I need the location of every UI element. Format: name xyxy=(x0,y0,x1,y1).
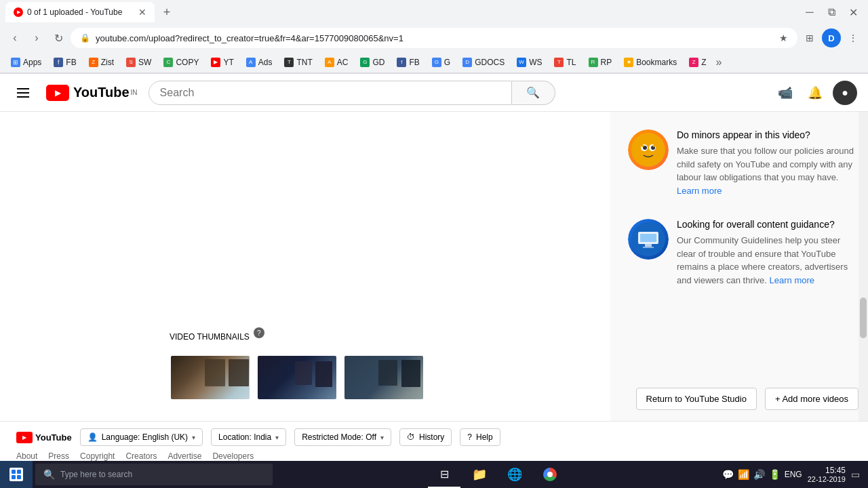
taskbar-app-chrome2[interactable] xyxy=(534,461,566,488)
help-button[interactable]: ? Help xyxy=(460,428,500,446)
tray-chat-icon[interactable]: 💬 xyxy=(722,469,734,480)
thumbnail-2[interactable] xyxy=(256,354,338,401)
thumbnails-section: VIDEO THUMBNAILS ? xyxy=(170,327,425,401)
minors-card-body: Make sure that you follow our policies a… xyxy=(677,144,859,197)
restricted-mode-chevron: ▾ xyxy=(380,434,384,441)
bookmark-g[interactable]: G G xyxy=(427,56,456,68)
bookmark-tnt[interactable]: T TNT xyxy=(279,56,317,68)
restore-button[interactable]: ⧉ xyxy=(822,3,841,22)
taskbar-clock[interactable]: 15:45 22-12-2019 xyxy=(808,466,846,483)
bookmark-z[interactable]: Z Z xyxy=(684,56,711,68)
search-button[interactable]: 🔍 xyxy=(512,81,555,105)
bookmark-apps[interactable]: ⊞ Apps xyxy=(5,56,47,68)
thumbnail-3[interactable] xyxy=(343,354,425,401)
extensions-button[interactable]: ⊞ xyxy=(800,28,819,47)
minors-learn-more-link[interactable]: Learn more xyxy=(677,186,722,196)
history-button[interactable]: ⏱ History xyxy=(399,428,452,446)
content-svg xyxy=(631,222,665,256)
svg-rect-9 xyxy=(643,247,654,248)
location-button[interactable]: Location: India ▾ xyxy=(211,428,286,446)
bookmark-ads[interactable]: A Ads xyxy=(241,56,278,68)
footer-link-copyright[interactable]: Copyright xyxy=(80,451,115,461)
footer-logo-text: YouTube xyxy=(35,432,72,443)
browser-tab[interactable]: 0 of 1 uploaded - YouTube ✕ xyxy=(5,2,155,22)
help-icon: ? xyxy=(467,432,472,442)
restricted-mode-button[interactable]: Restricted Mode: Off ▾ xyxy=(294,428,391,446)
location-chevron: ▾ xyxy=(275,434,279,441)
svg-rect-7 xyxy=(640,234,656,242)
footer-link-developers[interactable]: Developers xyxy=(212,451,254,461)
bookmark-fb2[interactable]: f FB xyxy=(391,56,425,68)
minors-card-icon xyxy=(628,129,669,170)
thumbnails-label: VIDEO THUMBNAILS ? xyxy=(170,327,425,346)
content-guidance-title: Looking for overall content guidance? xyxy=(677,219,859,230)
bookmark-gdocs-icon: D xyxy=(462,58,472,67)
tab-title: 0 of 1 uploaded - YouTube xyxy=(27,7,134,17)
footer-link-creators[interactable]: Creators xyxy=(125,451,157,461)
bookmark-yt[interactable]: ▶ YT xyxy=(205,56,239,68)
youtube-logo[interactable]: YouTubeIN xyxy=(46,85,138,101)
bookmark-ac[interactable]: A AC xyxy=(319,56,354,68)
menu-hamburger-button[interactable] xyxy=(11,81,35,105)
tab-close-button[interactable]: ✕ xyxy=(138,7,146,18)
content-illustration xyxy=(628,219,669,260)
language-chevron: ▾ xyxy=(192,434,195,441)
bookmark-bookmarks[interactable]: ★ Bookmarks xyxy=(618,56,682,68)
scrollbar-thumb[interactable] xyxy=(860,298,867,338)
new-tab-button[interactable]: + xyxy=(157,3,176,22)
bookmark-rp[interactable]: R RP xyxy=(583,56,618,68)
bookmark-gd[interactable]: G GD xyxy=(355,56,390,68)
search-input[interactable] xyxy=(149,81,512,105)
bookmark-tl[interactable]: T TL xyxy=(549,56,581,68)
footer-link-about[interactable]: About xyxy=(16,451,37,461)
taskbar-center: ⊟ 📁 🌐 xyxy=(428,461,566,488)
bookmark-gd-icon: G xyxy=(360,58,370,67)
bookmarks-more[interactable]: » xyxy=(713,55,725,70)
taskbar-search[interactable]: 🔍 Type here to search xyxy=(35,464,273,485)
file-explorer-icon: 📁 xyxy=(472,467,487,482)
profile-button[interactable]: D xyxy=(822,28,841,47)
tray-speaker-icon[interactable]: 🔊 xyxy=(753,469,765,480)
footer-link-advertise[interactable]: Advertise xyxy=(167,451,201,461)
bookmark-fb1[interactable]: f FB xyxy=(48,56,81,68)
taskbar-app-task-view[interactable]: ⊟ xyxy=(428,461,460,488)
content-learn-more-link[interactable]: Learn more xyxy=(770,275,814,285)
user-avatar[interactable]: ● xyxy=(833,81,857,105)
forward-button[interactable]: › xyxy=(27,28,46,47)
bookmark-sw[interactable]: S SW xyxy=(121,56,157,68)
show-desktop-icon[interactable]: ▭ xyxy=(851,469,860,480)
return-to-studio-button[interactable]: Return to YouTube Studio xyxy=(636,388,757,410)
thumbnails-help-icon[interactable]: ? xyxy=(254,327,264,338)
tray-network-icon[interactable]: 📶 xyxy=(738,469,749,480)
start-button[interactable] xyxy=(0,461,33,488)
bookmark-bookmarks-label: Bookmarks xyxy=(636,58,677,67)
taskbar-app-chrome[interactable]: 🌐 xyxy=(498,461,531,488)
refresh-button[interactable]: ↻ xyxy=(49,28,68,47)
bookmark-gdocs[interactable]: D GDOCS xyxy=(457,56,510,68)
thumbnail-1[interactable] xyxy=(170,354,251,401)
scrollbar[interactable] xyxy=(859,112,868,421)
bookmark-zist[interactable]: Z Zist xyxy=(83,56,119,68)
taskbar-app-file-explorer[interactable]: 📁 xyxy=(463,461,496,488)
tray-battery-icon[interactable]: 🔋 xyxy=(769,469,781,480)
bookmark-copy[interactable]: C COPY xyxy=(158,56,204,68)
menu-button[interactable]: ⋮ xyxy=(844,28,863,47)
bookmark-apps-label: Apps xyxy=(23,58,41,67)
content-guidance-icon xyxy=(628,219,669,260)
minimize-button[interactable]: ─ xyxy=(800,3,819,22)
address-bar[interactable]: 🔒 youtube.com/upload?redirect_to_creator… xyxy=(71,28,797,48)
bookmark-ac-label: AC xyxy=(337,58,349,67)
bookmark-ads-label: Ads xyxy=(258,58,273,67)
bookmark-tl-label: TL xyxy=(566,58,576,67)
language-button[interactable]: 👤 Language: English (UK) ▾ xyxy=(80,428,203,446)
footer-link-press[interactable]: Press xyxy=(48,451,69,461)
header-actions: 📹 🔔 ● xyxy=(773,81,857,105)
bookmark-ws[interactable]: W WS xyxy=(511,56,547,68)
add-more-videos-button[interactable]: + Add more videos xyxy=(765,388,859,410)
upload-button[interactable]: 📹 xyxy=(773,81,797,105)
close-button[interactable]: ✕ xyxy=(844,3,863,22)
back-button[interactable]: ‹ xyxy=(5,28,24,47)
footer-logo[interactable]: ▶ YouTube xyxy=(16,432,72,443)
notifications-button[interactable]: 🔔 xyxy=(803,81,827,105)
youtube-logo-text: YouTube xyxy=(73,85,130,100)
